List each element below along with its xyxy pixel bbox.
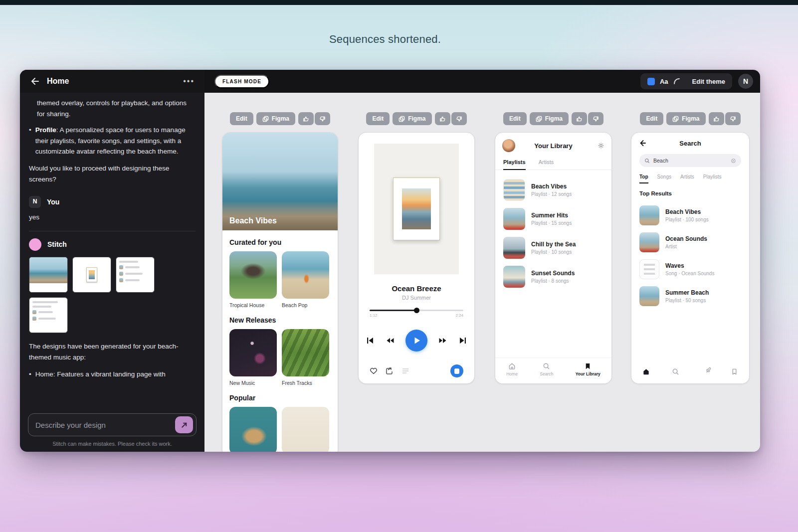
music-card[interactable]: Tropical House bbox=[229, 251, 277, 308]
flash-mode-badge[interactable]: FLASH MODE bbox=[214, 75, 269, 88]
music-card[interactable]: Beach Pop bbox=[282, 251, 329, 308]
page-caption: Sequences shortened. bbox=[0, 33, 770, 46]
back-arrow-icon[interactable] bbox=[638, 139, 646, 147]
edit-theme-button[interactable]: Aa Edit theme bbox=[640, 73, 732, 89]
album-art bbox=[282, 329, 329, 376]
thumbs-up-icon bbox=[303, 116, 309, 122]
search-header: Search bbox=[631, 133, 749, 151]
thumbs-down-button[interactable] bbox=[451, 112, 467, 125]
design-prompt-box bbox=[28, 413, 197, 436]
tab-songs[interactable]: Songs bbox=[657, 174, 671, 183]
thumbs-down-button[interactable] bbox=[315, 112, 330, 125]
skip-back-icon[interactable] bbox=[366, 336, 375, 345]
profile-avatar[interactable] bbox=[502, 139, 515, 152]
user-message: yes bbox=[29, 212, 196, 223]
settings-icon[interactable] bbox=[598, 142, 604, 149]
back-arrow-icon[interactable] bbox=[30, 77, 39, 86]
result-art bbox=[639, 286, 659, 306]
music-card[interactable] bbox=[282, 407, 329, 452]
figma-button[interactable]: Figma bbox=[393, 112, 431, 125]
mic-icon[interactable] bbox=[703, 364, 714, 375]
thumbs-up-button[interactable] bbox=[298, 112, 314, 125]
thumbnail-search-screen[interactable] bbox=[29, 297, 68, 333]
skip-forward-icon[interactable] bbox=[458, 336, 467, 345]
device-button[interactable] bbox=[450, 364, 463, 377]
edit-button[interactable]: Edit bbox=[366, 112, 390, 125]
edit-button[interactable]: Edit bbox=[503, 112, 527, 125]
progress-bar[interactable]: 1:12 2:24 bbox=[370, 310, 463, 318]
copy-icon bbox=[536, 116, 542, 122]
tab-artists[interactable]: Artists bbox=[539, 159, 554, 170]
phone-player-screen: Ocean Breeze DJ Summer 1:12 2:24 bbox=[358, 132, 475, 384]
topbar-right: Aa Edit theme N bbox=[640, 73, 753, 89]
thumbs-down-button[interactable] bbox=[588, 112, 603, 125]
nav-your-library[interactable]: Your Library bbox=[576, 362, 600, 376]
figma-button[interactable]: Figma bbox=[256, 112, 295, 125]
home-icon[interactable] bbox=[642, 368, 650, 375]
track-artist: DJ Summer bbox=[359, 295, 474, 301]
sidebar-header: Home ••• bbox=[20, 70, 204, 93]
figma-button[interactable]: Figma bbox=[666, 112, 705, 125]
music-card[interactable]: New Music bbox=[229, 329, 277, 386]
stitch-name: Stitch bbox=[47, 239, 67, 250]
tab-playlists[interactable]: Playlists bbox=[503, 159, 526, 170]
bookmark-icon[interactable] bbox=[731, 368, 738, 375]
library-header: Your Library bbox=[495, 133, 611, 156]
nav-home[interactable]: Home bbox=[506, 362, 518, 376]
section-title: Popular bbox=[229, 394, 331, 402]
hero-image: Beach Vibes bbox=[222, 133, 338, 230]
tab-artists[interactable]: Artists bbox=[680, 174, 694, 183]
thumbs-up-button[interactable] bbox=[572, 112, 587, 125]
thumbnail-home-screen[interactable] bbox=[29, 257, 68, 293]
thumbnail-library-screen[interactable] bbox=[116, 257, 155, 293]
result-item[interactable]: Summer BeachPlaylist · 50 songs bbox=[639, 286, 741, 306]
result-item[interactable]: Beach VibesPlaylist · 100 songs bbox=[639, 205, 741, 225]
user-avatar: N bbox=[29, 196, 41, 208]
thumbs-up-button[interactable] bbox=[435, 112, 450, 125]
edit-button[interactable]: Edit bbox=[230, 112, 253, 125]
card-label: Tropical House bbox=[229, 302, 277, 308]
search-input[interactable]: Beach bbox=[639, 154, 741, 167]
music-card[interactable]: Fresh Tracks bbox=[282, 329, 329, 386]
clear-icon[interactable] bbox=[731, 158, 736, 164]
bottom-nav bbox=[631, 359, 749, 383]
account-avatar[interactable]: N bbox=[738, 74, 753, 89]
search-icon[interactable] bbox=[672, 368, 679, 375]
send-button[interactable] bbox=[175, 416, 193, 433]
result-item[interactable]: Ocean SoundsArtist bbox=[639, 232, 741, 252]
thumbnail-player-screen[interactable] bbox=[72, 257, 111, 293]
corner-radius-icon bbox=[673, 78, 680, 85]
thumbs-down-button[interactable] bbox=[725, 112, 741, 125]
list-item[interactable]: Chill by the SeaPlaylist · 10 songs bbox=[503, 237, 603, 259]
nav-search[interactable]: Search bbox=[540, 362, 553, 376]
disclaimer-text: Stitch can make mistakes. Please check i… bbox=[20, 436, 204, 452]
edit-button[interactable]: Edit bbox=[640, 112, 663, 125]
list-item[interactable]: Summer HitsPlaylist · 15 songs bbox=[503, 208, 603, 230]
figma-button[interactable]: Figma bbox=[530, 112, 569, 125]
share-icon[interactable] bbox=[386, 367, 394, 375]
tab-top[interactable]: Top bbox=[639, 174, 648, 183]
rewind-icon[interactable] bbox=[386, 336, 395, 345]
music-card[interactable] bbox=[229, 407, 277, 452]
fast-forward-icon[interactable] bbox=[438, 336, 447, 345]
list-item[interactable]: Sunset SoundsPlaylist · 8 songs bbox=[503, 266, 603, 288]
item-title: Summer Hits bbox=[531, 212, 572, 219]
tab-playlists[interactable]: Playlists bbox=[703, 174, 722, 183]
item-subtitle: Playlist · 100 songs bbox=[665, 217, 709, 222]
play-button[interactable] bbox=[405, 330, 427, 352]
design-prompt-input[interactable] bbox=[35, 421, 171, 429]
theme-color-swatch-icon bbox=[647, 78, 655, 85]
result-item[interactable]: WavesSong · Ocean Sounds bbox=[639, 259, 741, 279]
thumbs-down-icon bbox=[730, 116, 736, 122]
progress-handle[interactable] bbox=[414, 308, 419, 313]
more-options-icon[interactable]: ••• bbox=[183, 77, 195, 86]
thumb-line bbox=[32, 301, 58, 303]
new-releases-row: New Music Fresh Tracks Latest bbox=[229, 329, 331, 386]
thumbs-up-button[interactable] bbox=[709, 112, 724, 125]
curated-row: Tropical House Beach Pop Summer bbox=[229, 251, 331, 308]
thumbs-up-icon bbox=[713, 116, 720, 122]
item-title: Beach Vibes bbox=[665, 208, 709, 215]
queue-icon[interactable] bbox=[401, 367, 409, 375]
favorite-icon[interactable] bbox=[370, 367, 378, 375]
list-item[interactable]: Beach VibesPlaylist · 12 songs bbox=[503, 179, 603, 201]
